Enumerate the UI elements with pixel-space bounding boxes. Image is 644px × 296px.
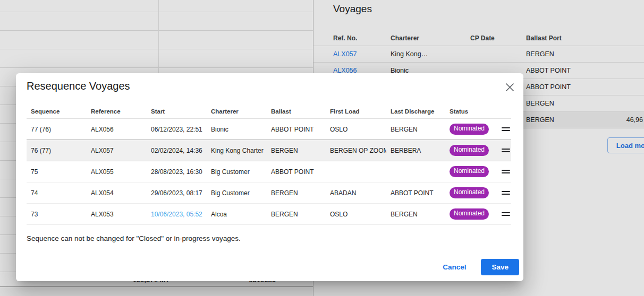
dialog-actions: Cancel Save bbox=[434, 259, 519, 275]
cancel-button[interactable]: Cancel bbox=[434, 259, 474, 275]
close-icon bbox=[505, 83, 514, 92]
charterer-cell: Bionic bbox=[207, 126, 267, 133]
voyage-row[interactable]: 77 (76)ALX05606/12/2023, 22:51BionicABBO… bbox=[27, 119, 511, 140]
column-header-reference: Reference bbox=[87, 108, 147, 115]
drag-handle[interactable] bbox=[499, 170, 511, 173]
last-discharge-cell: BERGEN bbox=[386, 211, 445, 218]
drag-handle-icon[interactable] bbox=[502, 191, 510, 195]
first-load-cell: BERGEN OP ZOOM bbox=[326, 147, 386, 154]
resequence-table-body: 77 (76)ALX05606/12/2023, 22:51BionicABBO… bbox=[27, 119, 511, 225]
sequence-cell: 76 (77) bbox=[27, 147, 87, 154]
dialog-title: Resequence Voyages bbox=[27, 80, 130, 92]
column-header-ballast: Ballast bbox=[267, 108, 326, 115]
app-root: 109,571 MT 9319686 Voyages Ref. No. Char… bbox=[0, 0, 644, 296]
status-badge: Nominated bbox=[450, 145, 489, 155]
status-cell: Nominated bbox=[445, 145, 499, 155]
sequence-cell: 75 bbox=[27, 168, 87, 176]
reference-cell: ALX055 bbox=[87, 168, 147, 176]
charterer-cell: King Kong Charter bbox=[207, 147, 267, 154]
sequence-cell: 73 bbox=[27, 211, 87, 218]
resequence-table-header: Sequence Reference Start Charterer Balla… bbox=[27, 104, 511, 119]
drag-handle-icon[interactable] bbox=[502, 212, 510, 216]
ballast-cell: ABBOT POINT bbox=[267, 126, 326, 133]
charterer-cell: Alcoa bbox=[207, 211, 267, 218]
column-header-charterer: Charterer bbox=[207, 108, 267, 115]
resequence-voyages-dialog: Resequence Voyages Sequence Reference St… bbox=[16, 73, 523, 281]
drag-handle-icon[interactable] bbox=[502, 127, 510, 131]
voyage-row[interactable]: 75ALX05528/08/2023, 16:30Big CustomerABB… bbox=[27, 161, 511, 182]
status-badge: Nominated bbox=[450, 187, 489, 198]
start-cell[interactable]: 10/06/2023, 05:52 bbox=[147, 211, 207, 218]
status-badge: Nominated bbox=[450, 166, 489, 177]
column-header-start: Start bbox=[147, 108, 207, 115]
status-badge: Nominated bbox=[450, 208, 489, 219]
drag-handle-icon[interactable] bbox=[502, 149, 510, 152]
column-header-sequence: Sequence bbox=[27, 108, 87, 115]
column-header-last-discharge: Last Discharge bbox=[386, 108, 445, 115]
drag-handle[interactable] bbox=[499, 191, 511, 195]
drag-handle-icon[interactable] bbox=[502, 170, 510, 173]
drag-handle[interactable] bbox=[499, 212, 511, 216]
sequence-cell: 74 bbox=[27, 189, 87, 197]
last-discharge-cell: BERGEN bbox=[386, 126, 445, 133]
column-header-status: Status bbox=[445, 108, 499, 115]
drag-handle[interactable] bbox=[499, 127, 511, 131]
status-cell: Nominated bbox=[445, 166, 499, 177]
resequence-note: Sequence can not be changed for "Closed"… bbox=[27, 234, 241, 242]
save-button[interactable]: Save bbox=[481, 259, 519, 275]
reference-cell: ALX054 bbox=[87, 189, 147, 197]
first-load-cell: OSLO bbox=[326, 126, 386, 133]
start-cell: 02/02/2024, 14:36 bbox=[147, 147, 207, 154]
status-cell: Nominated bbox=[445, 187, 499, 198]
last-discharge-cell: ABBOT POINT bbox=[386, 189, 445, 197]
voyage-row[interactable]: 74ALX05429/06/2023, 08:17Big CustomerBER… bbox=[27, 182, 511, 204]
ballast-cell: ABBOT POINT bbox=[267, 168, 326, 176]
voyage-row[interactable]: 76 (77)ALX05702/02/2024, 14:36King Kong … bbox=[27, 140, 511, 161]
charterer-cell: Big Customer bbox=[207, 189, 267, 197]
voyage-row[interactable]: 73ALX05310/06/2023, 05:52AlcoaBERGENOSLO… bbox=[27, 204, 511, 225]
charterer-cell: Big Customer bbox=[207, 168, 267, 176]
ballast-cell: BERGEN bbox=[267, 189, 326, 197]
drag-handle[interactable] bbox=[499, 149, 511, 152]
reference-cell: ALX057 bbox=[87, 147, 147, 154]
resequence-table: Sequence Reference Start Charterer Balla… bbox=[27, 104, 511, 225]
last-discharge-cell: BERBERA bbox=[386, 147, 445, 154]
status-badge: Nominated bbox=[450, 124, 489, 134]
start-cell: 29/06/2023, 08:17 bbox=[147, 189, 207, 197]
first-load-cell: ABADAN bbox=[326, 189, 386, 197]
ballast-cell: BERGEN bbox=[267, 147, 326, 154]
reference-cell: ALX056 bbox=[87, 126, 147, 133]
status-cell: Nominated bbox=[445, 124, 499, 134]
reference-cell: ALX053 bbox=[87, 211, 147, 218]
first-load-cell: OSLO bbox=[326, 211, 386, 218]
close-button[interactable] bbox=[502, 79, 518, 95]
status-cell: Nominated bbox=[445, 208, 499, 219]
column-header-first-load: First Load bbox=[326, 108, 386, 115]
ballast-cell: BERGEN bbox=[267, 211, 326, 218]
start-cell: 28/08/2023, 16:30 bbox=[147, 168, 207, 176]
start-cell: 06/12/2023, 22:51 bbox=[147, 126, 207, 133]
sequence-cell: 77 (76) bbox=[27, 126, 87, 133]
